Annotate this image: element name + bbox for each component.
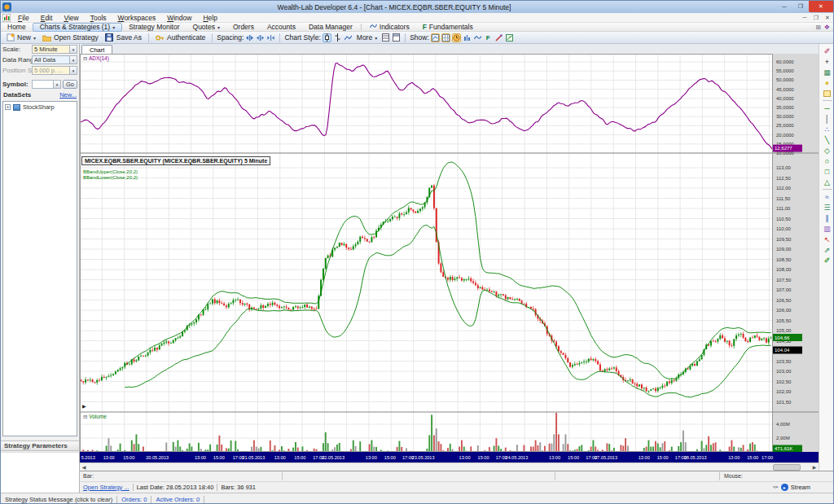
show-time-button[interactable] [452, 33, 461, 42]
tab-orders[interactable]: Orders [226, 23, 261, 32]
menu-tools[interactable]: Tools [85, 14, 112, 22]
fib-retracement-icon[interactable]: ☰ [821, 202, 834, 213]
spacing-narrow-button[interactable] [245, 33, 254, 42]
tree-expand-icon[interactable]: + [5, 104, 11, 110]
open-strategy-link[interactable]: Open Strategy ... [83, 484, 129, 491]
strategy-status-message[interactable]: Strategy Status Message (click to clear) [5, 496, 112, 503]
freehand-icon[interactable]: ✐ [821, 255, 834, 265]
new-dataset-link[interactable]: New... [59, 91, 77, 99]
ellipse-icon[interactable]: ○ [821, 156, 834, 166]
regression-icon[interactable]: ⇗ [821, 244, 834, 255]
tab-home[interactable]: Home [1, 23, 33, 32]
tab-strategy-monitor[interactable]: Strategy Monitor [122, 23, 186, 32]
highlighter-icon[interactable]: ✐ [821, 46, 834, 56]
show-panes-button[interactable] [463, 33, 472, 42]
mdi-close-button[interactable]: ✕ [822, 15, 833, 21]
show-fundamentals-button[interactable]: F [484, 33, 493, 42]
feather-icon[interactable]: ✑ [773, 484, 779, 491]
symbol-input[interactable] [34, 81, 51, 88]
open-strategy-button[interactable]: Open Strategy [40, 33, 101, 43]
chart-hscrollbar[interactable]: ◀ ▶ [80, 462, 819, 471]
rectangle-icon[interactable]: □ [821, 166, 834, 177]
symbol-legend[interactable]: MICEX.EQBR.SBER.EQUITY (MICEX.EQBR.SBER.… [81, 156, 270, 165]
show-performance-button[interactable] [505, 33, 514, 42]
active-orders-count[interactable]: Active Orders: 0 [156, 496, 200, 503]
volume-legend[interactable]: ⊟ Volume [83, 414, 107, 420]
show-drawings-button[interactable] [494, 33, 503, 42]
tab-data-manager[interactable]: Data Manager [302, 23, 359, 32]
new-button[interactable]: New▾ [3, 33, 38, 43]
new-dropdown-icon[interactable]: ▾ [33, 35, 36, 41]
mdi-minimize-button[interactable]: ─ [799, 15, 810, 21]
candle-style-button[interactable] [323, 33, 331, 42]
menu-window[interactable]: Window [161, 14, 197, 22]
spacing-wide-button[interactable] [266, 33, 275, 42]
scale-select[interactable]: 5 Minute ▾ [32, 45, 77, 54]
tab-fundamentals[interactable]: FFundamentals [416, 23, 480, 32]
trendline-icon[interactable]: ╲ [821, 134, 834, 145]
collapse-pane-icon[interactable]: ⊟ [83, 55, 87, 61]
go-button[interactable]: Go [63, 80, 77, 89]
scroll-left-icon[interactable]: ◀ [80, 464, 88, 470]
mdi-restore-button[interactable]: ❐ [810, 15, 822, 21]
image-icon[interactable]: ▦ [821, 67, 834, 77]
pane-resize-marker-icon[interactable]: ▶ [82, 403, 86, 409]
tab-chart[interactable]: Chart [81, 45, 112, 54]
dataset-item-stocksharp[interactable]: + StockSharp [5, 103, 75, 111]
template-button[interactable] [392, 33, 401, 42]
symbol-dropdown-icon[interactable]: ▾ [53, 81, 60, 88]
vertical-line-icon[interactable]: │ [821, 113, 834, 124]
bband-lower-legend[interactable]: BBandLower(Close,20,2) [83, 175, 138, 180]
bband-upper-legend[interactable]: BBandUpper(Close,20,2) [83, 169, 138, 174]
pointer-icon[interactable]: ↖ [821, 234, 834, 244]
show-chart-button[interactable] [431, 33, 440, 42]
scroll-right-icon[interactable]: ▶ [810, 464, 819, 470]
collapse-volume-icon[interactable]: ⊟ [83, 414, 87, 419]
tab-indicators[interactable]: Indicators [363, 23, 416, 32]
stream-icon[interactable]: ▸ [781, 484, 788, 491]
help-shortcut-icon[interactable]: ❖ [824, 24, 830, 31]
point-markers-icon[interactable]: ∴ [821, 124, 834, 134]
new-pane-button[interactable] [381, 33, 390, 42]
fib-time-zones-icon[interactable]: ∥ [821, 213, 834, 223]
comment-icon[interactable]: ● [821, 77, 834, 88]
window-list-icon[interactable]: ⊞ [815, 24, 821, 31]
show-indicators-button[interactable] [473, 33, 482, 42]
adx-legend[interactable]: ⊟ ADX(14) [83, 55, 109, 62]
chart-plot[interactable]: 60,000055,000050,000045,000040,000035,00… [80, 54, 819, 462]
menu-help[interactable]: Help [197, 14, 222, 22]
menu-file[interactable]: File [12, 14, 35, 22]
close-button[interactable]: ✕ [809, 1, 833, 12]
diamond-icon[interactable]: ◇ [821, 145, 834, 156]
horizontal-line-icon[interactable]: ─ [821, 103, 834, 113]
note-icon[interactable] [821, 88, 834, 99]
restore-button[interactable]: ❐ [792, 1, 809, 12]
tab-quotes[interactable]: Quotes▾ [187, 23, 226, 32]
orders-count[interactable]: Orders: 0 [121, 496, 147, 503]
stream-label[interactable]: Stream [791, 484, 810, 491]
menu-workspaces[interactable]: Workspaces [112, 14, 162, 22]
bar-style-button[interactable] [333, 33, 342, 42]
crosshair-icon[interactable]: + [821, 56, 834, 67]
tab-charts-strategies-1[interactable]: Charts & Strategies (1)▾ [33, 23, 122, 32]
show-grid-button[interactable] [441, 33, 450, 42]
minimize-button[interactable]: ─ [776, 1, 792, 12]
strategy-parameters-header[interactable]: Strategy Parameters [1, 440, 79, 451]
position-size-select[interactable]: 5 000 p. ... ▾ [32, 66, 77, 75]
spacing-medium-button[interactable] [256, 33, 265, 42]
triangle-icon[interactable]: △ [821, 177, 834, 187]
tab-accounts[interactable]: Accounts [261, 23, 302, 32]
scroll-track[interactable] [88, 464, 810, 471]
chart-area[interactable]: 60,000055,000050,000045,000040,000035,00… [80, 54, 819, 462]
more-styles-button[interactable]: More▾ [354, 33, 380, 42]
scroll-thumb[interactable] [773, 464, 801, 471]
menu-edit[interactable]: Edit [35, 14, 59, 22]
data-range-select[interactable]: All Data ▾ [32, 55, 77, 64]
symbol-combo[interactable]: ▾ [32, 80, 61, 89]
save-as-button[interactable]: Save As [103, 33, 144, 43]
pattern-icon[interactable]: ▥ [821, 223, 834, 234]
position-size-dropdown-icon[interactable]: ▾ [69, 67, 77, 74]
authenticate-button[interactable]: Authenticate [153, 33, 208, 43]
data-range-dropdown-icon[interactable]: ▾ [69, 56, 77, 64]
menu-view[interactable]: View [58, 14, 84, 22]
